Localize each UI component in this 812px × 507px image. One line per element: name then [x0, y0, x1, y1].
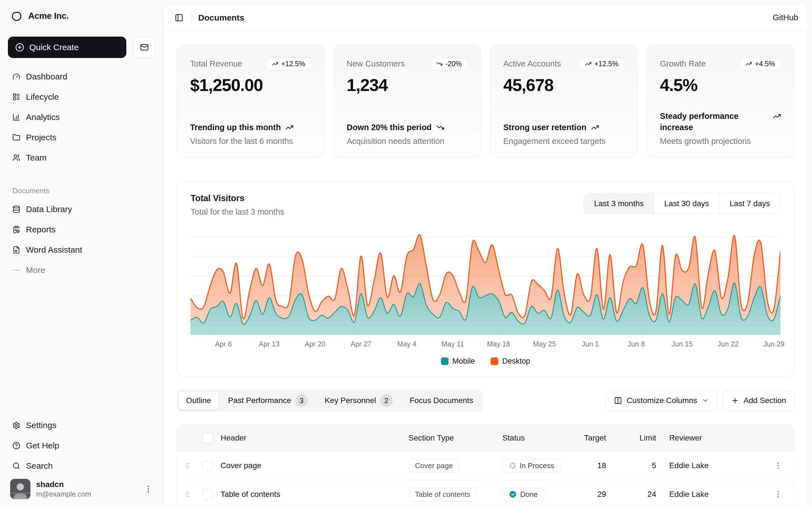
- stat-footer-line2: Acquisition needs attention: [347, 136, 468, 146]
- status-badge: Done: [502, 488, 544, 501]
- cell-target[interactable]: 18: [573, 451, 610, 480]
- stat-card-top: New Customers -20%: [347, 57, 468, 70]
- sidebar-item-more[interactable]: More: [8, 260, 155, 280]
- panel-left-icon: [175, 13, 183, 22]
- table-header-row: Header Section Type Status Target Limit …: [177, 425, 794, 451]
- drag-column-header: [177, 425, 198, 451]
- x-tick-label: May 25: [533, 340, 556, 348]
- stat-card-1: New Customers -20% 1,234 Down 20% this p…: [334, 45, 481, 158]
- stat-footer-line1: Strong user retention: [503, 122, 624, 133]
- plus-circle-icon: [15, 43, 24, 52]
- plus-icon: [731, 397, 739, 404]
- trendUp-icon: [585, 61, 592, 67]
- stat-label: Active Accounts: [503, 57, 561, 68]
- chart-header: Total Visitors Total for the last 3 mont…: [177, 193, 794, 217]
- visitors-area-chart: [191, 232, 780, 335]
- inbox-button[interactable]: [134, 37, 155, 58]
- nav-label: Projects: [26, 133, 56, 142]
- stat-footer: Steady performance increase Meets growth…: [660, 110, 781, 146]
- sidebar-footer-nav: SettingsGet HelpSearch: [8, 415, 155, 476]
- grip-vertical-icon[interactable]: [184, 490, 192, 498]
- x-tick-label: Jun 1: [581, 340, 599, 348]
- table-toolbar: OutlinePast Performance3Key Personnel2Fo…: [177, 390, 794, 411]
- range-option-2[interactable]: Last 7 days: [719, 193, 780, 214]
- sidebar-item-word-assistant[interactable]: Word Assistant: [8, 240, 155, 260]
- tab-past-performance[interactable]: Past Performance3: [221, 392, 315, 409]
- row-menu-ellipsis-icon[interactable]: [774, 461, 782, 470]
- tab-focus-documents[interactable]: Focus Documents: [402, 392, 481, 409]
- sidebar-item-team[interactable]: Team: [8, 148, 155, 168]
- database-icon: [12, 205, 20, 213]
- cell-header[interactable]: Cover page: [216, 451, 404, 480]
- sidebar-toggle-button[interactable]: [173, 11, 185, 24]
- cell-header[interactable]: Table of contents: [216, 480, 404, 507]
- x-tick-label: Apr 20: [305, 340, 326, 348]
- ellipsis-icon: [12, 266, 20, 274]
- trend-badge: -20%: [430, 57, 468, 70]
- cell-reviewer[interactable]: Eddie Lake: [660, 480, 762, 507]
- x-tick-label: May 4: [397, 340, 416, 348]
- stat-footer-line2: Meets growth projections: [660, 136, 781, 146]
- stat-card-3: Growth Rate +4.5% 4.5% Steady performanc…: [647, 45, 795, 158]
- sidebar-item-data-library[interactable]: Data Library: [8, 199, 155, 219]
- gear-icon: [12, 421, 20, 429]
- user-menu-ellipsis-icon[interactable]: [144, 485, 153, 494]
- tab-outline[interactable]: Outline: [179, 392, 218, 409]
- cell-target[interactable]: 29: [573, 480, 610, 507]
- chart-legend: MobileDesktop: [177, 357, 794, 365]
- page-title: Documents: [198, 13, 244, 22]
- stat-card-top: Growth Rate +4.5%: [660, 57, 781, 70]
- brand[interactable]: Acme Inc.: [8, 6, 155, 26]
- grip-vertical-icon[interactable]: [184, 462, 192, 469]
- sidebar-item-get-help[interactable]: Get Help: [8, 436, 155, 456]
- brand-logo-icon: [11, 10, 22, 22]
- customize-columns-button[interactable]: Customize Columns: [606, 390, 717, 411]
- sidebar-spacer: [8, 280, 155, 415]
- chart-x-axis: Apr 6Apr 13Apr 20Apr 27May 4May 11May 18…: [191, 340, 780, 349]
- trendUp-icon: [746, 61, 752, 67]
- cell-limit[interactable]: 5: [610, 451, 660, 480]
- quick-create-button[interactable]: Quick Create: [8, 37, 126, 58]
- sidebar-item-reports[interactable]: Reports: [8, 219, 155, 240]
- stat-card-0: Total Revenue +12.5% $1,250.00 Trending …: [177, 45, 324, 158]
- github-link[interactable]: GitHub: [773, 13, 798, 22]
- row-menu-ellipsis-icon[interactable]: [774, 490, 782, 499]
- cell-limit[interactable]: 24: [610, 480, 660, 507]
- tab-key-personnel[interactable]: Key Personnel2: [317, 392, 400, 409]
- stat-card-top: Active Accounts +12.5%: [503, 57, 624, 70]
- nav-label: Search: [26, 461, 53, 471]
- user-row[interactable]: shadcn m@example.com: [8, 476, 155, 499]
- x-tick-label: Apr 13: [259, 340, 280, 348]
- area-chart-svg: [191, 232, 780, 335]
- sidebar-main-nav: DashboardLifecycleAnalyticsProjectsTeam: [8, 66, 155, 168]
- row-checkbox[interactable]: [202, 489, 213, 500]
- content: Total Revenue +12.5% $1,250.00 Trending …: [163, 31, 808, 507]
- sidebar-item-settings[interactable]: Settings: [8, 415, 155, 436]
- row-checkbox[interactable]: [202, 460, 213, 471]
- select-all-checkbox[interactable]: [202, 433, 213, 443]
- stat-footer-line2: Engagement exceed targets: [503, 136, 624, 146]
- sidebar: Acme Inc. Quick Create DashboardLifecycl…: [0, 0, 163, 507]
- sidebar-documents-nav: Data LibraryReportsWord AssistantMore: [8, 199, 155, 280]
- trend-badge: +4.5%: [740, 57, 781, 70]
- nav-label: More: [26, 265, 45, 275]
- sidebar-item-lifecycle[interactable]: Lifecycle: [8, 87, 155, 107]
- sidebar-item-search[interactable]: Search: [8, 456, 155, 476]
- sidebar-item-analytics[interactable]: Analytics: [8, 107, 155, 127]
- sidebar-item-projects[interactable]: Projects: [8, 127, 155, 148]
- range-option-1[interactable]: Last 30 days: [654, 193, 719, 214]
- range-option-0[interactable]: Last 3 months: [584, 193, 654, 214]
- nav-label: Get Help: [26, 441, 59, 450]
- toolbar-actions: Customize Columns Add Section: [606, 390, 794, 411]
- add-section-label: Add Section: [744, 396, 786, 405]
- legend-item-mobile: Mobile: [441, 357, 475, 365]
- cell-reviewer[interactable]: Eddie Lake: [660, 451, 762, 480]
- trendDown-icon: [436, 61, 443, 67]
- status-badge: In Process: [502, 459, 561, 473]
- add-section-button[interactable]: Add Section: [723, 390, 794, 411]
- check-circle-icon: [509, 490, 517, 498]
- nav-label: Team: [26, 153, 47, 163]
- sidebar-item-dashboard[interactable]: Dashboard: [8, 66, 155, 87]
- x-tick-label: Apr 6: [215, 340, 232, 348]
- trendUp-icon: [285, 123, 294, 131]
